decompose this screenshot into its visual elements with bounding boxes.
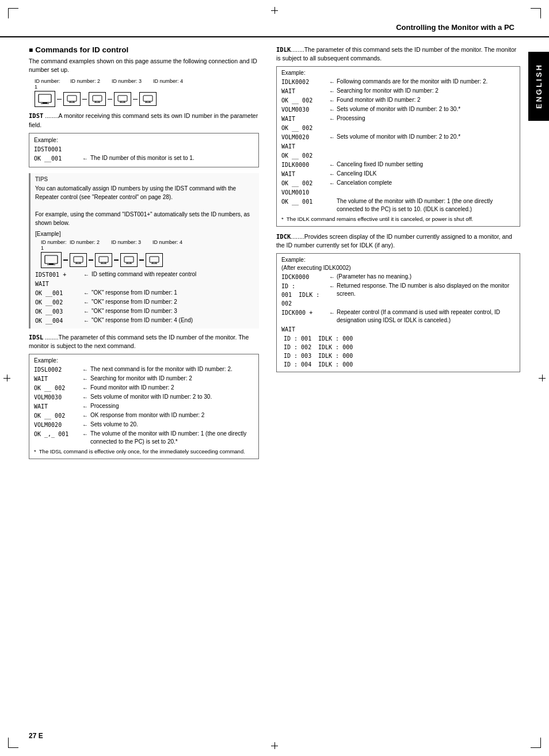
connect-line: [57, 99, 62, 100]
monitor-icon-2: [89, 92, 106, 106]
table-row: OK __002 ← "OK" response from ID number:…: [35, 298, 254, 307]
table-row: WAIT ← Searching for monitor with ID num…: [281, 87, 515, 96]
monitor-icon-5: [70, 253, 87, 267]
table-row: ID : 004 IDLK : 000: [284, 360, 515, 369]
table-row: IDLK0000 ← Canceling fixed ID number set…: [281, 161, 515, 169]
right-column: IDLK........The parameter of this comman…: [270, 45, 520, 464]
corner-mark-bl: [8, 738, 18, 748]
idlk-star-note: * The IDLK command remains effective unt…: [281, 215, 515, 223]
page-number: 27 E: [29, 732, 43, 740]
monitor-icon-7: [120, 253, 138, 267]
table-row: OK __ 002 ← Found monitor with ID number…: [281, 96, 515, 105]
idck-id-rows: ID : 001 IDLK : 000 ID : 002 IDLK : 000 …: [284, 334, 515, 369]
idlk-example-label: Example:: [281, 70, 515, 76]
table-row: ID : 001 IDLK : 000: [284, 334, 515, 343]
corner-mark-tr: [531, 8, 541, 18]
idsl-example-box: Example: IDSL0002 ← The next command is …: [29, 354, 259, 459]
svg-rect-3: [67, 96, 77, 101]
crosshair-bottom: [271, 742, 278, 749]
svg-rect-11: [118, 96, 127, 101]
pc-icon: [35, 91, 55, 107]
table-row: WAIT: [281, 325, 515, 334]
table-row: OK __ 002: [281, 151, 515, 160]
table-row: IDSL0002 ← The next command is for the m…: [34, 365, 254, 374]
main-content: Commands for ID control The command exam…: [0, 45, 549, 464]
table-row: WAIT ← Searching for monitor with ID num…: [34, 375, 254, 383]
table-row: WAIT ← Canceling IDLK: [281, 170, 515, 178]
table-row: ID : 002 IDLK : 000: [284, 343, 515, 352]
pc-svg: [38, 94, 52, 104]
idck-after-label: (After executing IDLK0002): [281, 265, 515, 271]
monitor-icon-8: [146, 253, 163, 267]
svg-rect-30: [124, 257, 134, 262]
svg-rect-34: [150, 257, 159, 262]
tips-diagram-labels: ID number: 1 ID number: 2 ID number: 3 I…: [41, 239, 254, 251]
tips-text: You can automatically assign ID numbers …: [35, 184, 254, 227]
table-row: IDLK0002 ← Following commands are for th…: [281, 78, 515, 86]
svg-rect-7: [93, 96, 102, 101]
language-sidebar: ENGLISH: [528, 52, 549, 121]
page-title: Controlling the Monitor with a PC: [396, 23, 514, 32]
table-row: OK __001 ← "OK" response from ID number:…: [35, 289, 254, 297]
table-row: OK _,_ 001 ← The volume of the monitor w…: [34, 430, 254, 446]
idsl-example-label: Example:: [34, 357, 254, 364]
monitors-row: [35, 91, 259, 107]
idlk-description: IDLK........The parameter of this comman…: [276, 45, 520, 63]
table-row: IDCK0000 ← (Parameter has no meaning.): [281, 273, 515, 281]
table-row: WAIT: [35, 280, 254, 288]
section-desc: The command examples shown on this page …: [29, 57, 259, 74]
connect-line: [108, 99, 112, 100]
idsl-star-note: * The IDSL command is effective only onc…: [34, 448, 254, 455]
page: ENGLISH Controlling the Monitor with a P…: [0, 0, 549, 756]
table-row: WAIT ← Processing: [281, 114, 515, 123]
table-row: WAIT: [281, 142, 515, 151]
diagram-labels: ID number: 1 ID number: 2 ID number: 3 I…: [35, 78, 259, 90]
idsl-description: IDSL ........The parameter of this comma…: [29, 333, 259, 350]
table-row: OK __004 ← "OK" response from ID number:…: [35, 316, 254, 325]
table-row: OK __001 ← The ID number of this monitor…: [34, 154, 254, 163]
repeater-rows: IDST001 + ← ID setting command with repe…: [35, 270, 254, 325]
table-row: ID : 001 IDLK : 002 ← Returned response.…: [281, 282, 515, 308]
table-row: VOLM0010: [281, 188, 515, 197]
table-row: ID : 003 IDLK : 000: [284, 352, 515, 360]
monitor-icon-6: [95, 253, 112, 267]
left-column: Commands for ID control The command exam…: [29, 45, 270, 464]
tips-monitors-row: [41, 252, 254, 268]
crosshair-top: [271, 7, 278, 14]
table-row: IDST0001: [34, 145, 254, 154]
idlk-example-box: Example: IDLK0002 ← Following commands a…: [276, 66, 520, 226]
pc-icon-2: [41, 252, 62, 268]
id-connection-diagram: ID number: 1 ID number: 2 ID number: 3 I…: [29, 78, 259, 107]
svg-rect-26: [99, 257, 108, 262]
tips-label: TIPS: [35, 176, 254, 182]
table-row: OK __ 002: [281, 124, 515, 132]
monitor-icon-1: [63, 92, 81, 106]
table-row: OK __ 002 ← OK response from monitor wit…: [34, 411, 254, 420]
connect-line: [133, 99, 138, 100]
idst-description: IDST ........A monitor receiving this co…: [29, 112, 259, 129]
table-row: IDCK000 + ← Repeater control (If a comma…: [281, 308, 515, 324]
svg-rect-0: [39, 94, 51, 102]
tips-diagram: ID number: 1 ID number: 2 ID number: 3 I…: [35, 239, 254, 268]
idck-description: IDCK........Provides screen display of t…: [276, 232, 520, 250]
table-row: VOLM0030 ← Sets volume of monitor with I…: [34, 393, 254, 402]
connect-line: [82, 99, 87, 100]
svg-rect-15: [143, 96, 152, 101]
idst-example-box: Example: IDST0001 OK __001 ← The ID numb…: [29, 133, 259, 167]
table-row: IDST001 + ← ID setting command with repe…: [35, 270, 254, 279]
corner-mark-br: [531, 738, 541, 748]
section-title: Commands for ID control: [29, 45, 259, 54]
table-row: VOLM0020 ← Sets volume to 20.: [34, 421, 254, 429]
monitor-icon-4: [139, 92, 157, 106]
table-row: OK __ 002 ← Cancelation complete: [281, 179, 515, 188]
page-header: Controlling the Monitor with a PC: [0, 17, 549, 37]
table-row: VOLM0030 ← Sets volume of monitor with I…: [281, 105, 515, 114]
tips-bracket-label: [Example]: [35, 231, 254, 237]
monitor-icon-3: [114, 92, 131, 106]
tips-box: TIPS You can automatically assign ID num…: [29, 173, 259, 329]
svg-rect-22: [74, 257, 83, 262]
table-row: OK __ 002 ← Found monitor with ID number…: [34, 384, 254, 392]
idck-example-box: Example: (After executing IDLK0002) IDCK…: [276, 253, 520, 372]
svg-rect-19: [45, 255, 58, 264]
corner-mark-tl: [8, 8, 18, 18]
